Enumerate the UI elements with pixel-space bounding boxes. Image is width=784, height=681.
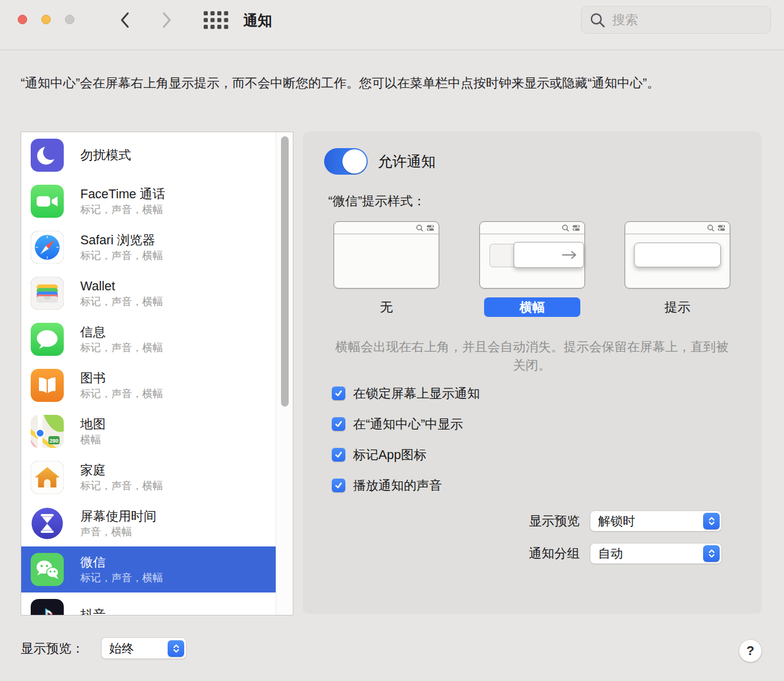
page-title: 通知 xyxy=(243,11,272,30)
chevron-right-icon xyxy=(162,12,172,28)
app-row-wechat[interactable]: 微信 标记，声音，横幅 xyxy=(21,546,276,592)
checkbox-checked-icon[interactable] xyxy=(332,417,345,431)
show-previews-label: 显示预览 xyxy=(303,511,580,531)
app-delivery-style: 标记，声音，横幅 xyxy=(80,341,163,354)
show-previews-select[interactable]: 解锁时 xyxy=(590,511,721,531)
search-field[interactable] xyxy=(581,6,771,34)
mini-menubar-icons xyxy=(707,224,726,232)
allow-notifications-toggle[interactable] xyxy=(324,148,368,175)
zoom-window-button[interactable] xyxy=(65,15,74,24)
arrow-right-icon xyxy=(562,251,577,259)
app-delivery-style: 标记，声音，横幅 xyxy=(80,479,163,492)
notification-grouping-select[interactable]: 自动 xyxy=(590,544,721,564)
footer-show-previews-value: 始终 xyxy=(109,638,134,659)
back-button[interactable] xyxy=(116,10,133,30)
footer-show-previews-label: 显示预览： xyxy=(21,639,84,659)
checkbox-label: 播放通知的声音 xyxy=(353,477,442,494)
messages-icon xyxy=(31,323,64,356)
facetime-icon xyxy=(31,185,64,218)
alert-style-none-preview[interactable] xyxy=(334,221,439,289)
checkbox-checked-icon[interactable] xyxy=(332,387,345,400)
alert-style-description: 横幅会出现在右上角，并且会自动消失。提示会保留在屏幕上，直到被关闭。 xyxy=(331,338,733,375)
footer-show-previews-select[interactable]: 始终 xyxy=(102,638,186,659)
svg-text:♪: ♪ xyxy=(41,605,54,616)
titlebar: 通知 xyxy=(0,0,784,50)
show-all-grid-button[interactable] xyxy=(203,11,229,30)
forward-button[interactable] xyxy=(158,10,176,30)
mini-menubar-icons xyxy=(416,224,435,232)
app-row-maps[interactable]: 280 地图 横幅 xyxy=(21,408,276,454)
app-row-messages[interactable]: 信息 标记，声音，横幅 xyxy=(21,316,276,362)
app-name: 家庭 xyxy=(80,463,163,479)
app-row-screen-time[interactable]: 屏幕使用时间 声音，横幅 xyxy=(21,500,276,546)
minimize-window-button[interactable] xyxy=(41,15,51,24)
checkbox-label: 标记App图标 xyxy=(353,446,426,463)
alert-style-banners-preview[interactable] xyxy=(479,221,585,289)
app-row-douyin[interactable]: ♪♪♪ 抖音 xyxy=(21,592,276,615)
checkbox-row-badge-app-icon[interactable]: 标记App图标 xyxy=(332,447,426,462)
scrollbar-thumb[interactable] xyxy=(281,136,289,407)
mini-menubar-icons xyxy=(562,224,581,232)
app-row-facetime[interactable]: FaceTime 通话 标记，声音，横幅 xyxy=(21,178,276,224)
app-name: 地图 xyxy=(80,417,106,433)
help-button[interactable]: ? xyxy=(739,640,762,662)
app-delivery-style: 标记，声音，横幅 xyxy=(80,387,163,400)
alert-style-alerts-preview[interactable] xyxy=(625,221,730,289)
home-icon xyxy=(31,461,64,494)
mini-menubar xyxy=(334,222,439,234)
app-row-do-not-disturb[interactable]: 勿扰模式 xyxy=(21,132,276,178)
app-list: 勿扰模式 FaceTime 通话 标记，声音，横幅 Safari 浏览器 标记，… xyxy=(21,132,293,615)
wallet-icon xyxy=(31,277,64,310)
app-rows: 勿扰模式 FaceTime 通话 标记，声音，横幅 Safari 浏览器 标记，… xyxy=(21,132,276,615)
app-name: Wallet xyxy=(80,279,163,294)
settings-panel: 允许通知 “微信”提示样式： 无 横幅 提示 xyxy=(303,132,762,614)
safari-icon xyxy=(31,231,64,264)
checkbox-row-notification-center[interactable]: 在“通知中心”中显示 xyxy=(332,416,463,431)
checkbox-label: 在锁定屏幕上显示通知 xyxy=(353,385,480,402)
checkbox-row-play-sound[interactable]: 播放通知的声音 xyxy=(332,477,442,493)
search-icon xyxy=(590,12,606,28)
search-input[interactable] xyxy=(612,6,763,33)
select-stepper-icon xyxy=(168,640,184,657)
checkbox-label: 在“通知中心”中显示 xyxy=(353,415,463,433)
alert-style-label: “微信”提示样式： xyxy=(328,192,426,209)
app-row-home[interactable]: 家庭 标记，声音，横幅 xyxy=(21,454,276,500)
app-name: 图书 xyxy=(80,371,163,387)
svg-text:280: 280 xyxy=(50,438,58,444)
checkbox-checked-icon[interactable] xyxy=(332,479,345,492)
checkbox-checked-icon[interactable] xyxy=(332,448,345,461)
app-name: Safari 浏览器 xyxy=(80,233,163,248)
alert-style-alerts-label[interactable]: 提示 xyxy=(625,297,730,317)
allow-notifications-label: 允许通知 xyxy=(378,148,436,175)
do-not-disturb-icon xyxy=(31,139,64,172)
app-delivery-style: 标记，声音，横幅 xyxy=(80,295,163,308)
scrollbar[interactable] xyxy=(276,132,293,615)
toggle-knob xyxy=(342,149,367,173)
app-name: 屏幕使用时间 xyxy=(80,509,156,525)
show-previews-value: 解锁时 xyxy=(598,511,635,531)
mini-menubar xyxy=(625,222,730,234)
grid-icon xyxy=(204,11,228,29)
notification-grouping-label: 通知分组 xyxy=(303,544,580,564)
app-name: 勿扰模式 xyxy=(80,148,131,163)
wechat-icon xyxy=(31,553,64,586)
app-delivery-style: 标记，声音，横幅 xyxy=(80,203,165,216)
app-row-books[interactable]: 图书 标记，声音，横幅 xyxy=(21,362,276,408)
notification-grouping-value: 自动 xyxy=(598,544,623,564)
app-row-safari[interactable]: Safari 浏览器 标记，声音，横幅 xyxy=(21,224,276,270)
app-delivery-style: 声音，横幅 xyxy=(80,525,156,538)
alert-style-banners-label[interactable]: 横幅 xyxy=(484,297,580,317)
checkbox-row-lock-screen[interactable]: 在锁定屏幕上显示通知 xyxy=(332,385,480,401)
app-row-wallet[interactable]: Wallet 标记，声音，横幅 xyxy=(21,270,276,316)
app-delivery-style: 横幅 xyxy=(80,433,106,446)
app-name: FaceTime 通话 xyxy=(80,186,165,202)
app-name: 抖音 xyxy=(80,607,106,615)
select-stepper-icon xyxy=(703,545,720,562)
chevron-left-icon xyxy=(120,12,129,28)
app-name: 信息 xyxy=(80,325,163,340)
alert-style-none-label[interactable]: 无 xyxy=(334,297,439,317)
mini-menubar xyxy=(480,222,584,234)
banner-front xyxy=(514,242,584,268)
close-window-button[interactable] xyxy=(18,15,27,24)
intro-text: “通知中心”会在屏幕右上角显示提示，而不会中断您的工作。您可以在菜单栏中点按时钟… xyxy=(21,74,763,93)
